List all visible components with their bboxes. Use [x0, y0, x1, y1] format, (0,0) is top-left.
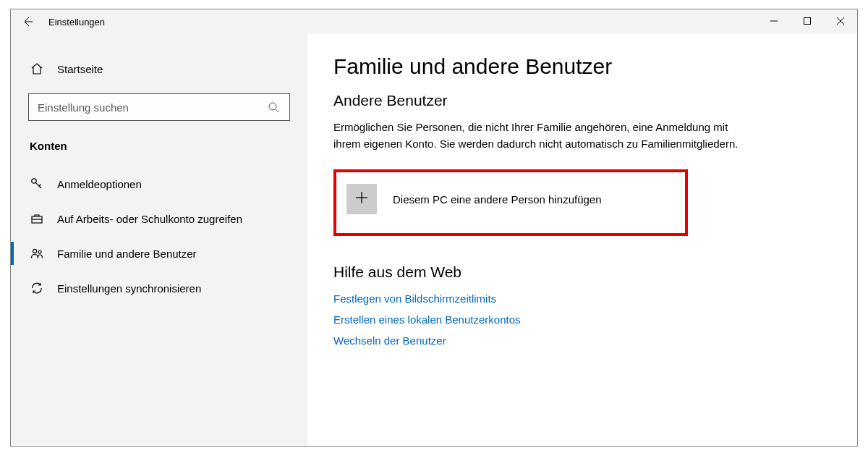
home-label: Startseite [57, 63, 103, 75]
svg-rect-1 [804, 18, 811, 25]
close-icon [836, 15, 845, 28]
help-link-switch-user[interactable]: Wechseln der Benutzer [333, 334, 828, 347]
search-box[interactable] [28, 93, 290, 121]
sidebar-item-sync[interactable]: Einstellungen synchronisieren [11, 271, 307, 305]
plus-icon [354, 190, 369, 208]
page-title: Familie und andere Benutzer [333, 54, 828, 79]
sidebar-item-label: Auf Arbeits- oder Schulkonto zugreifen [57, 213, 242, 225]
svg-point-6 [32, 179, 36, 183]
briefcase-icon [30, 211, 44, 226]
back-button[interactable] [11, 9, 44, 34]
body: Startseite Konten Anmeldeoptionen Au [11, 34, 857, 446]
sidebar-item-signin-options[interactable]: Anmeldeoptionen [11, 166, 307, 201]
sidebar-section-title: Konten [11, 137, 307, 166]
svg-point-11 [33, 249, 36, 253]
sidebar-item-label: Familie und andere Benutzer [57, 248, 197, 260]
people-icon [30, 246, 44, 261]
key-icon [30, 177, 44, 191]
svg-line-7 [35, 182, 41, 188]
settings-window: Einstellungen Startseite [10, 9, 858, 447]
sidebar-item-label: Anmeldeoptionen [57, 178, 142, 190]
svg-point-4 [269, 103, 276, 110]
section-subtitle: Andere Benutzer [333, 92, 828, 109]
minimize-icon [770, 15, 778, 28]
arrow-left-icon [20, 14, 35, 29]
sync-icon [30, 281, 44, 295]
sidebar-item-label: Einstellungen synchronisieren [57, 282, 201, 295]
minimize-button[interactable] [757, 9, 791, 34]
sidebar-item-work-school[interactable]: Auf Arbeits- oder Schulkonto zugreifen [11, 201, 307, 236]
maximize-icon [803, 15, 812, 28]
help-link-local-account[interactable]: Erstellen eines lokalen Benutzerkontos [333, 313, 828, 326]
svg-point-12 [38, 250, 41, 253]
main-content: Familie und andere Benutzer Andere Benut… [307, 34, 857, 446]
titlebar: Einstellungen [11, 9, 857, 34]
window-title: Einstellungen [48, 17, 105, 28]
sidebar-item-family-users[interactable]: Familie und andere Benutzer [11, 236, 307, 271]
maximize-button[interactable] [791, 9, 824, 34]
sidebar: Startseite Konten Anmeldeoptionen Au [11, 34, 307, 446]
section-description: Ermöglichen Sie Personen, die nicht Ihre… [333, 119, 753, 152]
help-section-title: Hilfe aus dem Web [333, 263, 828, 281]
home-link[interactable]: Startseite [11, 56, 307, 82]
search-icon [266, 100, 281, 114]
search-input[interactable] [38, 101, 266, 114]
window-controls [757, 9, 857, 34]
add-person-label: Diesem PC eine andere Person hinzufügen [393, 193, 602, 206]
svg-line-5 [276, 109, 278, 112]
plus-icon-box [346, 184, 377, 214]
help-link-screentime[interactable]: Festlegen von Bildschirmzeitlimits [333, 292, 828, 305]
home-icon [30, 62, 44, 76]
svg-line-8 [39, 185, 41, 187]
add-person-button[interactable]: Diesem PC eine andere Person hinzufügen [333, 169, 688, 236]
close-button[interactable] [824, 9, 857, 34]
